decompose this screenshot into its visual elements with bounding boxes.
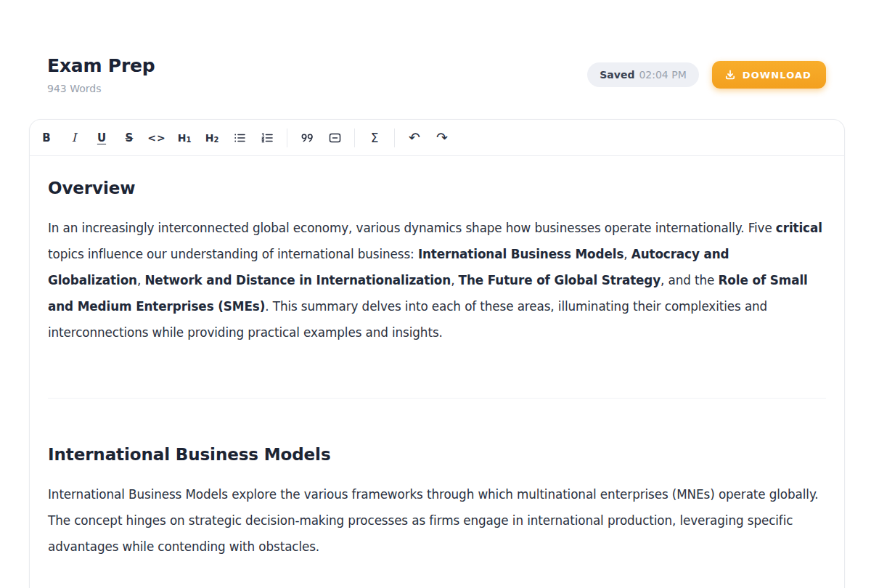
- saved-time: 02:04 PM: [639, 69, 686, 81]
- strikethrough-button[interactable]: S: [115, 126, 143, 150]
- section-heading-overview[interactable]: Overview: [48, 179, 826, 197]
- heading2-button[interactable]: H2: [198, 126, 226, 150]
- blockquote-button[interactable]: [293, 126, 321, 150]
- download-label: DOWNLOAD: [743, 70, 811, 81]
- italic-button[interactable]: I: [60, 126, 88, 150]
- section-divider: [48, 398, 826, 399]
- header-actions: Saved 02:04 PM DOWNLOAD: [587, 61, 826, 89]
- ordered-list-icon: [261, 132, 274, 144]
- formula-button[interactable]: Σ: [361, 126, 388, 150]
- horizontal-rule-button[interactable]: [321, 126, 348, 150]
- undo-icon: ↶: [409, 131, 420, 144]
- heading1-icon: H: [178, 132, 187, 144]
- download-icon: [724, 69, 736, 81]
- download-button[interactable]: DOWNLOAD: [712, 61, 826, 89]
- bold-button[interactable]: B: [33, 126, 60, 150]
- page-title: Exam Prep: [47, 55, 155, 76]
- strikethrough-icon: S: [126, 131, 134, 144]
- redo-button[interactable]: ↷: [428, 126, 456, 150]
- underline-button[interactable]: U: [88, 126, 115, 150]
- title-block: Exam Prep 943 Words: [47, 55, 155, 94]
- section-heading-international-business-models[interactable]: International Business Models: [48, 445, 826, 464]
- ordered-list-button[interactable]: [253, 126, 281, 150]
- code-icon: <>: [147, 132, 165, 144]
- toolbar-divider: [287, 128, 287, 147]
- bold-icon: B: [42, 131, 50, 144]
- page-header: Exam Prep 943 Words Saved 02:04 PM DOWNL…: [47, 55, 826, 94]
- blockquote-icon: [300, 132, 314, 144]
- section-paragraph[interactable]: International Business Models explore th…: [48, 481, 826, 560]
- undo-button[interactable]: ↶: [401, 126, 428, 150]
- underline-icon: U: [97, 131, 106, 144]
- editor-card: B I U S <> H1 H2: [29, 119, 845, 588]
- italic-icon: I: [72, 131, 76, 144]
- bullet-list-icon: [234, 132, 246, 144]
- saved-label: Saved: [600, 69, 634, 81]
- heading2-icon: H: [205, 132, 214, 144]
- document-editor-content[interactable]: Overview In an increasingly interconnect…: [30, 156, 844, 560]
- word-count: 943 Words: [47, 83, 155, 94]
- formatting-toolbar: B I U S <> H1 H2: [30, 120, 844, 156]
- toolbar-divider: [394, 128, 395, 147]
- section-paragraph[interactable]: In an increasingly interconnected global…: [48, 215, 826, 346]
- sigma-icon: Σ: [371, 131, 379, 145]
- horizontal-rule-icon: [329, 132, 341, 144]
- saved-status-badge: Saved 02:04 PM: [587, 62, 699, 87]
- redo-icon: ↷: [436, 131, 448, 144]
- heading1-button[interactable]: H1: [171, 126, 198, 150]
- bullet-list-button[interactable]: [226, 126, 253, 150]
- toolbar-divider: [354, 128, 355, 147]
- code-button[interactable]: <>: [143, 126, 171, 150]
